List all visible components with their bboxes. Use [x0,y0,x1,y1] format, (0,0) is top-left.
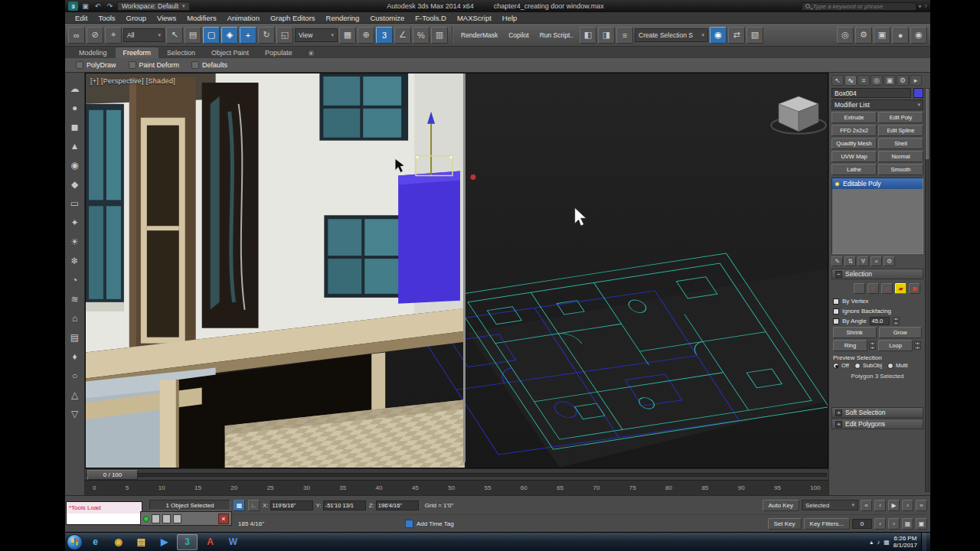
stack-tool-icon[interactable]: × [871,256,882,266]
select-tool-icon[interactable]: ◈ [221,27,238,44]
taskbar-app-icon[interactable]: ▶ [154,534,175,550]
select-tool-icon[interactable]: ▤ [185,27,201,44]
left-tool-icon[interactable]: ⌂ [68,311,82,324]
tray-icon[interactable]: ▴ [870,539,873,546]
mirror-align-icon[interactable]: ≡ [616,27,633,44]
panel-tab-icon[interactable]: ∿ [844,75,857,86]
modifier-button[interactable]: Edit Poly [878,112,923,123]
menu-item[interactable]: Modifiers [181,12,222,24]
subobject-level-icon[interactable]: ◼ [909,283,920,294]
viewport-label[interactable]: [+] [Perspective] [Shaded] [90,77,175,85]
checkbox-icon[interactable] [833,308,839,315]
coordinate-x[interactable]: X:119'6/16" [263,500,313,510]
key-filters-button[interactable]: Key Filters... [804,518,850,530]
menu-item[interactable]: Animation [222,12,265,24]
taskbar-clock[interactable]: 6:26 PM 8/1/2017 [893,535,917,549]
taskbar-app-icon[interactable]: 3 [177,534,198,550]
floating-capture-bar[interactable]: × [140,511,232,526]
menu-item[interactable]: Views [152,12,181,24]
object-name-field[interactable]: Box004 [831,88,911,98]
tray-icon[interactable]: ▦ [884,539,890,546]
render-tool-icon[interactable]: ▣ [874,27,890,44]
isolate-toggle-icon[interactable]: ▦ [234,500,245,511]
show-desktop-button[interactable] [921,533,926,551]
help-icon[interactable]: ? [924,3,927,10]
menu-item[interactable]: Rendering [321,12,365,24]
left-tool-icon[interactable]: ○ [68,369,82,382]
stack-tool-icon[interactable]: ⇅ [844,256,856,266]
menu-item[interactable]: MAXScript [452,12,497,24]
playback-button[interactable]: ▶ [888,500,900,511]
panel-tab-icon[interactable]: ≡ [858,75,870,86]
left-tool-icon[interactable]: ✦ [68,216,82,229]
ribbon-panel-item[interactable]: PolyDraw [71,61,121,69]
subobject-level-icon[interactable]: ∴ [854,283,865,294]
select-tool-icon[interactable]: ↖ [166,27,183,44]
select-tool-icon[interactable]: ▢ [203,27,220,44]
panel-tab-icon[interactable]: ⚙ [897,75,909,86]
subobject-level-icon[interactable]: ▰ [895,283,906,294]
render-tool-icon[interactable]: ● [892,27,909,44]
left-tool-icon[interactable]: ▭ [68,197,82,210]
copilot-button[interactable]: Copilot [504,31,533,39]
coordinate-y[interactable]: Y:-51'10 13/1 [316,500,366,510]
toolbar-icon[interactable]: ⌖ [105,27,122,44]
by-angle-checkbox[interactable]: By Angle 45.0 ▴▾ [833,316,922,326]
stack-tool-icon[interactable]: ✎ [831,256,843,266]
spinner[interactable]: ▴▾ [914,341,921,350]
preview-option[interactable]: Off [833,362,849,369]
viewport-canvas[interactable] [86,73,828,468]
stack-tool-icon[interactable]: ⚙ [884,256,895,266]
modifier-button[interactable]: Extrude [831,112,877,123]
rollout-header[interactable]: + Soft Selection [831,407,923,418]
playback-button[interactable]: ‹ [874,500,886,511]
grow-button[interactable]: Grow [879,327,923,338]
current-frame-field[interactable]: 0 [852,519,872,529]
tray-icon[interactable]: ♪ [877,539,880,546]
ignore-backfacing-checkbox[interactable]: Ignore Backfacing [833,306,922,316]
playback-button[interactable]: » [916,500,927,511]
taskbar-app-icon[interactable]: e [85,534,106,550]
menu-item[interactable]: Group [121,12,152,24]
close-icon[interactable]: × [218,514,229,524]
ribbon-tab[interactable]: Object Paint [204,47,256,58]
radio-icon[interactable] [854,363,861,369]
modifier-button[interactable]: Quadify Mesh [831,138,877,149]
time-slider-handle[interactable]: 0 / 100 [87,470,138,480]
rollout-header[interactable]: + Edit Polygons [831,419,923,429]
radio-icon[interactable] [833,363,839,369]
redo-icon[interactable]: ↷ [105,2,115,11]
menu-item[interactable]: Edit [70,12,93,24]
taskbar-app-icon[interactable]: ▤ [131,534,152,550]
left-tool-icon[interactable]: ≋ [68,292,82,305]
snap-tool-icon[interactable]: 3 [376,27,393,44]
checkbox-icon[interactable] [833,298,839,305]
taskbar-app-icon[interactable]: ◉ [108,534,129,550]
set-key-button[interactable]: Set Key [768,518,802,530]
pivot-tool-icon[interactable]: ⊕ [358,27,374,44]
radio-icon[interactable] [887,363,893,369]
frame-step-button[interactable]: › [888,518,900,530]
checkbox-icon[interactable] [833,318,839,324]
pivot-tool-icon[interactable]: ▦ [339,27,356,44]
render-tool-icon[interactable]: ◉ [910,27,927,44]
viewport-nav-icon[interactable]: ▣ [916,518,927,530]
playback-button[interactable]: « [861,500,872,511]
left-tool-icon[interactable]: ▤ [68,331,82,344]
menu-item[interactable]: F-Tools.D [410,12,452,24]
subobject-level-icon[interactable]: ∕ [867,283,879,294]
left-tool-icon[interactable]: ◔ [68,273,82,286]
preview-option[interactable]: SubObj [854,362,882,369]
panel-tab-icon[interactable]: ▸ [910,75,922,86]
left-tool-icon[interactable]: ☀ [68,235,82,248]
left-tool-icon[interactable]: ❄ [68,254,82,267]
modifier-button[interactable]: Smooth [878,164,923,175]
mirror-align-icon[interactable]: ◧ [580,27,596,44]
ribbon-tab[interactable]: Populate [257,47,300,58]
run-script-button[interactable]: Run Script.. [535,31,578,39]
modifier-button[interactable]: UVW Map [831,151,877,162]
ribbon-minimize-icon[interactable]: ▾ [307,49,315,57]
snap-tool-icon[interactable]: ▥ [431,27,448,44]
coordinate-z[interactable]: Z:196'4/16" [369,500,419,510]
left-tool-icon[interactable]: ▽ [68,407,82,420]
